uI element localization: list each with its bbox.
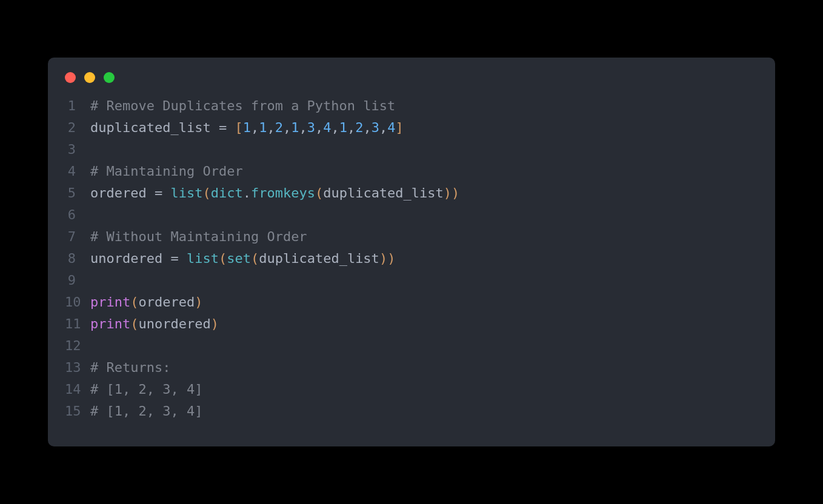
token-ident: duplicated_list xyxy=(259,251,379,266)
token-number: 4 xyxy=(323,120,331,135)
minimize-icon[interactable] xyxy=(84,72,95,83)
code-content[interactable]: print(unordered) xyxy=(90,313,219,335)
line-number: 6 xyxy=(65,204,90,226)
code-content[interactable]: # Returns: xyxy=(90,357,170,379)
code-content[interactable]: # Remove Duplicates from a Python list xyxy=(90,95,395,117)
line-number: 12 xyxy=(65,335,90,357)
token-bracket: [ xyxy=(235,120,242,135)
token-ident: duplicated_list xyxy=(90,120,219,135)
token-number: 3 xyxy=(372,120,379,135)
token-number: 2 xyxy=(275,120,283,135)
code-line[interactable]: 15# [1, 2, 3, 4] xyxy=(65,400,758,422)
token-call-print: print xyxy=(90,294,130,310)
code-line[interactable]: 2duplicated_list = [1,1,2,1,3,4,1,2,3,4] xyxy=(65,117,758,139)
line-number: 1 xyxy=(65,95,90,117)
token-punct: . xyxy=(243,185,251,201)
code-line[interactable]: 8unordered = list(set(duplicated_list)) xyxy=(65,248,758,270)
token-comment: # Returns: xyxy=(90,360,170,375)
token-punct: , xyxy=(331,120,339,135)
line-number: 11 xyxy=(65,313,90,335)
code-content[interactable]: duplicated_list = [1,1,2,1,3,4,1,2,3,4] xyxy=(90,117,404,139)
code-line[interactable]: 3 xyxy=(65,139,758,161)
token-comment: # Without Maintaining Order xyxy=(90,229,307,244)
token-bracket: ) xyxy=(451,185,459,201)
maximize-icon[interactable] xyxy=(104,72,115,83)
token-bracket: ( xyxy=(202,185,210,201)
token-call-print: print xyxy=(90,316,130,331)
token-bracket: ( xyxy=(251,251,259,266)
token-number: 1 xyxy=(243,120,251,135)
token-punct: , xyxy=(347,120,355,135)
token-number: 3 xyxy=(307,120,315,135)
token-bracket: ) xyxy=(211,316,219,331)
token-ident xyxy=(162,185,170,201)
code-line[interactable]: 7# Without Maintaining Order xyxy=(65,226,758,248)
window-titlebar xyxy=(48,72,775,95)
line-number: 9 xyxy=(65,270,90,291)
token-bracket: ) xyxy=(387,251,395,266)
code-content[interactable]: # Without Maintaining Order xyxy=(90,226,307,248)
token-punct: , xyxy=(283,120,291,135)
line-number: 3 xyxy=(65,139,90,161)
line-number: 13 xyxy=(65,357,90,379)
token-bracket: ( xyxy=(130,316,138,331)
code-line[interactable]: 5ordered = list(dict.fromkeys(duplicated… xyxy=(65,182,758,204)
code-content[interactable]: # [1, 2, 3, 4] xyxy=(90,379,202,400)
code-line[interactable]: 9 xyxy=(65,270,758,291)
line-number: 7 xyxy=(65,226,90,248)
token-number: 1 xyxy=(339,120,347,135)
code-content[interactable]: # [1, 2, 3, 4] xyxy=(90,400,202,422)
token-comment: # Remove Duplicates from a Python list xyxy=(90,98,395,113)
token-punct: , xyxy=(251,120,259,135)
token-number: 2 xyxy=(355,120,363,135)
code-line[interactable]: 1# Remove Duplicates from a Python list xyxy=(65,95,758,117)
code-line[interactable]: 14# [1, 2, 3, 4] xyxy=(65,379,758,400)
token-comment: # [1, 2, 3, 4] xyxy=(90,382,202,397)
code-area[interactable]: 1# Remove Duplicates from a Python list2… xyxy=(48,95,775,422)
token-ident: ordered xyxy=(138,294,195,310)
token-call-list: list xyxy=(187,251,219,266)
line-number: 4 xyxy=(65,161,90,182)
code-line[interactable]: 11print(unordered) xyxy=(65,313,758,335)
token-bracket: ] xyxy=(395,120,403,135)
line-number: 5 xyxy=(65,182,90,204)
code-content[interactable]: print(ordered) xyxy=(90,291,202,313)
token-comment: # [1, 2, 3, 4] xyxy=(90,403,202,419)
token-ident xyxy=(179,251,187,266)
token-number: 1 xyxy=(291,120,299,135)
token-punct: , xyxy=(267,120,275,135)
close-icon[interactable] xyxy=(65,72,76,83)
code-content[interactable]: ordered = list(dict.fromkeys(duplicated_… xyxy=(90,182,459,204)
code-window: 1# Remove Duplicates from a Python list2… xyxy=(48,58,775,446)
token-bracket: ( xyxy=(219,251,227,266)
token-ident: duplicated_list xyxy=(323,185,444,201)
token-bracket: ( xyxy=(130,294,138,310)
token-comment: # Maintaining Order xyxy=(90,164,243,179)
token-op: = xyxy=(219,120,227,135)
line-number: 8 xyxy=(65,248,90,270)
token-punct: , xyxy=(379,120,387,135)
token-op: = xyxy=(155,185,162,201)
line-number: 10 xyxy=(65,291,90,313)
token-ident: ordered xyxy=(90,185,155,201)
token-ident: unordered xyxy=(90,251,170,266)
token-call-set: set xyxy=(227,251,251,266)
token-ident: unordered xyxy=(138,316,210,331)
token-bracket: ) xyxy=(444,185,451,201)
token-punct: , xyxy=(315,120,323,135)
code-line[interactable]: 13# Returns: xyxy=(65,357,758,379)
code-line[interactable]: 10print(ordered) xyxy=(65,291,758,313)
line-number: 15 xyxy=(65,400,90,422)
token-bracket: ( xyxy=(315,185,323,201)
token-punct: , xyxy=(363,120,371,135)
code-line[interactable]: 6 xyxy=(65,204,758,226)
code-line[interactable]: 12 xyxy=(65,335,758,357)
code-content[interactable]: # Maintaining Order xyxy=(90,161,243,182)
token-call-fromkeys: fromkeys xyxy=(251,185,315,201)
code-content[interactable]: unordered = list(set(duplicated_list)) xyxy=(90,248,395,270)
token-punct: , xyxy=(299,120,307,135)
token-bracket: ) xyxy=(195,294,202,310)
code-line[interactable]: 4# Maintaining Order xyxy=(65,161,758,182)
token-op: = xyxy=(170,251,178,266)
line-number: 2 xyxy=(65,117,90,139)
